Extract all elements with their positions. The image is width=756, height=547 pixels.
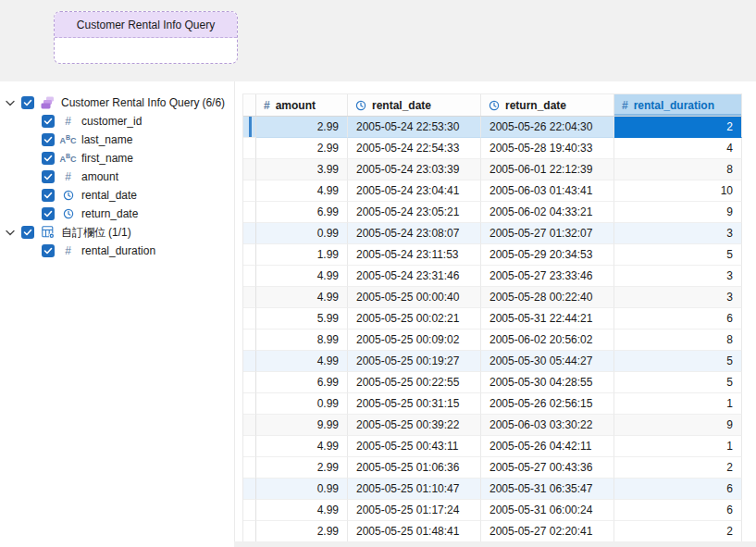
table-row[interactable]: 6.992005-05-25 00:22:552005-05-30 04:28:… xyxy=(243,372,742,393)
cell-rental_duration[interactable]: 5 xyxy=(614,244,742,266)
table-row[interactable]: 4.992005-05-24 23:31:462005-05-27 23:33:… xyxy=(243,266,742,287)
table-row[interactable]: 0.992005-05-25 01:10:472005-05-31 06:35:… xyxy=(243,479,742,500)
tree-group-custom-fields[interactable]: 自訂欄位(1/1) xyxy=(0,223,234,242)
checkbox-checked[interactable] xyxy=(21,226,34,239)
cell-rental_date[interactable]: 2005-05-25 00:39:22 xyxy=(348,415,481,436)
cell-rental_duration[interactable]: 1 xyxy=(614,393,742,415)
cell-return_date[interactable]: 2005-05-26 04:42:11 xyxy=(481,436,614,457)
row-marker[interactable] xyxy=(243,223,256,244)
cell-return_date[interactable]: 2005-06-02 04:33:21 xyxy=(481,202,614,223)
cell-amount[interactable]: 8.99 xyxy=(256,329,348,351)
cell-rental_duration[interactable]: 3 xyxy=(614,223,742,244)
column-header-rental-duration[interactable]: # rental_duration xyxy=(614,94,742,116)
grid-corner-cell[interactable] xyxy=(243,94,256,116)
table-row[interactable]: 2.992005-05-24 22:53:302005-05-26 22:04:… xyxy=(243,117,742,138)
cell-rental_date[interactable]: 2005-05-25 00:19:27 xyxy=(348,351,481,372)
cell-amount[interactable]: 6.99 xyxy=(256,202,348,223)
row-marker[interactable] xyxy=(243,372,256,393)
row-marker[interactable] xyxy=(243,479,256,500)
cell-return_date[interactable]: 2005-06-03 03:30:22 xyxy=(481,415,614,436)
cell-return_date[interactable]: 2005-05-27 23:33:46 xyxy=(481,266,614,287)
cell-rental_date[interactable]: 2005-05-25 00:31:15 xyxy=(348,393,481,415)
cell-rental_date[interactable]: 2005-05-25 00:22:55 xyxy=(348,372,481,393)
cell-rental_duration[interactable]: 5 xyxy=(614,372,742,393)
cell-rental_date[interactable]: 2005-05-25 01:06:36 xyxy=(348,457,481,479)
cell-amount[interactable]: 2.99 xyxy=(256,117,348,138)
query-node[interactable]: Customer Rental Info Query xyxy=(54,11,238,64)
column-header-return-date[interactable]: return_date xyxy=(481,94,614,116)
tree-field-rental_date[interactable]: rental_date xyxy=(0,186,234,205)
cell-rental_duration[interactable]: 9 xyxy=(614,202,742,223)
cell-rental_duration[interactable]: 8 xyxy=(614,329,742,351)
cell-rental_date[interactable]: 2005-05-24 22:53:30 xyxy=(348,117,481,138)
row-marker[interactable] xyxy=(243,287,256,308)
tree-field-amount[interactable]: #amount xyxy=(0,168,234,186)
cell-rental_date[interactable]: 2005-05-25 00:00:40 xyxy=(348,287,481,308)
row-marker[interactable] xyxy=(243,436,256,457)
table-row[interactable]: 2.992005-05-24 22:54:332005-05-28 19:40:… xyxy=(243,138,742,159)
row-marker[interactable] xyxy=(243,415,256,436)
checkbox-checked[interactable] xyxy=(42,152,55,165)
row-marker[interactable] xyxy=(243,138,256,159)
chevron-down-icon[interactable] xyxy=(5,230,16,236)
table-row[interactable]: 6.992005-05-24 23:05:212005-06-02 04:33:… xyxy=(243,202,742,223)
cell-rental_date[interactable]: 2005-05-24 23:08:07 xyxy=(348,223,481,244)
cell-return_date[interactable]: 2005-06-02 20:56:02 xyxy=(481,329,614,351)
cell-return_date[interactable]: 2005-05-31 06:35:47 xyxy=(481,479,614,500)
cell-rental_date[interactable]: 2005-05-24 23:03:39 xyxy=(348,159,481,180)
row-marker[interactable] xyxy=(243,266,256,287)
checkbox-checked[interactable] xyxy=(42,189,55,202)
cell-rental_date[interactable]: 2005-05-24 23:05:21 xyxy=(348,202,481,223)
cell-amount[interactable]: 0.99 xyxy=(256,223,348,244)
cell-rental_duration[interactable]: 6 xyxy=(614,308,742,329)
table-row[interactable]: 4.992005-05-25 00:00:402005-05-28 00:22:… xyxy=(243,287,742,308)
cell-rental_duration[interactable]: 2 xyxy=(614,521,742,542)
column-header-rental-date[interactable]: rental_date xyxy=(348,94,481,116)
cell-rental_duration[interactable]: 2 xyxy=(614,457,742,479)
row-marker[interactable] xyxy=(243,329,256,351)
cell-amount[interactable]: 0.99 xyxy=(256,393,348,415)
cell-return_date[interactable]: 2005-05-28 19:40:33 xyxy=(481,138,614,159)
cell-amount[interactable]: 0.99 xyxy=(256,479,348,500)
cell-return_date[interactable]: 2005-05-27 00:43:36 xyxy=(481,457,614,479)
row-marker[interactable] xyxy=(243,202,256,223)
cell-return_date[interactable]: 2005-05-26 02:56:15 xyxy=(481,393,614,415)
cell-return_date[interactable]: 2005-05-29 20:34:53 xyxy=(481,244,614,266)
cell-amount[interactable]: 2.99 xyxy=(256,457,348,479)
tree-field-customer_id[interactable]: #customer_id xyxy=(0,112,234,131)
table-row[interactable]: 4.992005-05-25 00:43:112005-05-26 04:42:… xyxy=(243,436,742,457)
row-marker[interactable] xyxy=(243,457,256,479)
cell-rental_duration[interactable]: 5 xyxy=(614,351,742,372)
cell-amount[interactable]: 9.99 xyxy=(256,415,348,436)
table-row[interactable]: 8.992005-05-25 00:09:022005-06-02 20:56:… xyxy=(243,329,742,351)
cell-amount[interactable]: 1.99 xyxy=(256,244,348,266)
table-row[interactable]: 2.992005-05-25 01:06:362005-05-27 00:43:… xyxy=(243,457,742,479)
row-marker[interactable] xyxy=(243,159,256,180)
table-row[interactable]: 0.992005-05-25 00:31:152005-05-26 02:56:… xyxy=(243,393,742,415)
cell-amount[interactable]: 4.99 xyxy=(256,351,348,372)
cell-rental_duration[interactable]: 6 xyxy=(614,479,742,500)
cell-rental_date[interactable]: 2005-05-25 00:02:21 xyxy=(348,308,481,329)
cell-return_date[interactable]: 2005-05-30 04:28:55 xyxy=(481,372,614,393)
cell-return_date[interactable]: 2005-05-26 22:04:30 xyxy=(481,117,614,138)
cell-amount[interactable]: 6.99 xyxy=(256,372,348,393)
tree-field-last_name[interactable]: ABClast_name xyxy=(0,131,234,149)
cell-rental_date[interactable]: 2005-05-25 01:17:24 xyxy=(348,500,481,521)
cell-rental_date[interactable]: 2005-05-24 23:31:46 xyxy=(348,266,481,287)
cell-return_date[interactable]: 2005-05-27 01:32:07 xyxy=(481,223,614,244)
cell-rental_duration[interactable]: 4 xyxy=(614,138,742,159)
cell-rental_duration[interactable]: 3 xyxy=(614,266,742,287)
cell-amount[interactable]: 2.99 xyxy=(256,521,348,542)
tree-field-first_name[interactable]: ABCfirst_name xyxy=(0,149,234,168)
cell-rental_date[interactable]: 2005-05-24 23:04:41 xyxy=(348,180,481,202)
cell-rental_duration[interactable]: 9 xyxy=(614,415,742,436)
cell-return_date[interactable]: 2005-05-30 05:44:27 xyxy=(481,351,614,372)
cell-rental_duration[interactable]: 8 xyxy=(614,159,742,180)
checkbox-checked[interactable] xyxy=(42,115,55,128)
row-marker[interactable] xyxy=(243,180,256,202)
cell-amount[interactable]: 3.99 xyxy=(256,159,348,180)
table-row[interactable]: 5.992005-05-25 00:02:212005-05-31 22:44:… xyxy=(243,308,742,329)
table-row[interactable]: 4.992005-05-25 00:19:272005-05-30 05:44:… xyxy=(243,351,742,372)
checkbox-checked[interactable] xyxy=(42,207,55,220)
row-marker[interactable] xyxy=(243,500,256,521)
